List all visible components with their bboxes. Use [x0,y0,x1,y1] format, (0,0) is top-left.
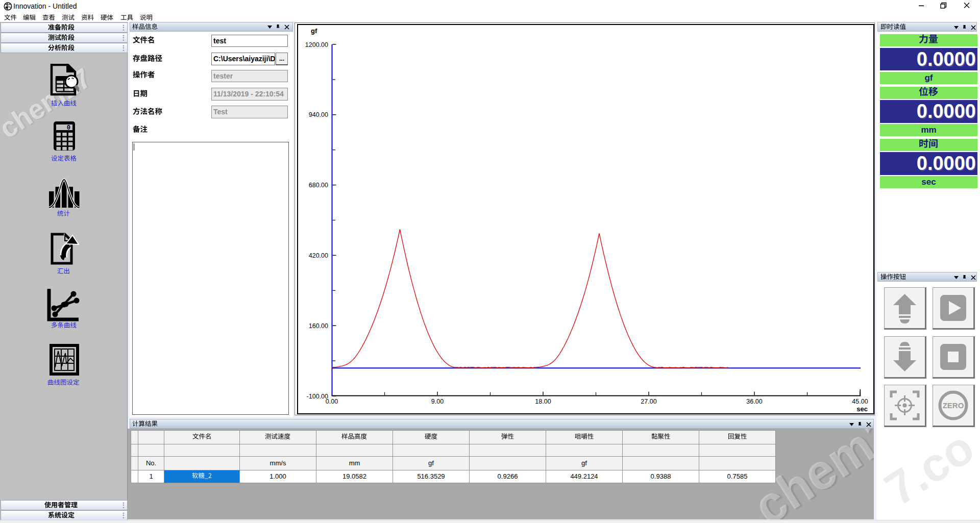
svg-text:680.00: 680.00 [309,182,328,189]
svg-text:940.00: 940.00 [309,111,328,118]
svg-text:1200.00: 1200.00 [305,41,328,48]
svg-text:27.00: 27.00 [641,398,656,405]
svg-text:18.00: 18.00 [535,398,551,405]
svg-text:0.00: 0.00 [326,398,338,405]
svg-text:sec: sec [856,405,868,413]
svg-text:160.00: 160.00 [309,322,328,330]
svg-text:ZERO: ZERO [943,401,964,410]
svg-text:0: 0 [67,124,70,132]
svg-text:-100.00: -100.00 [307,393,328,400]
svg-text:9.00: 9.00 [431,398,444,405]
svg-text:45.00: 45.00 [852,398,868,405]
svg-text:420.00: 420.00 [309,252,328,259]
svg-text:gf: gf [311,27,317,35]
svg-text:36.00: 36.00 [746,398,762,405]
